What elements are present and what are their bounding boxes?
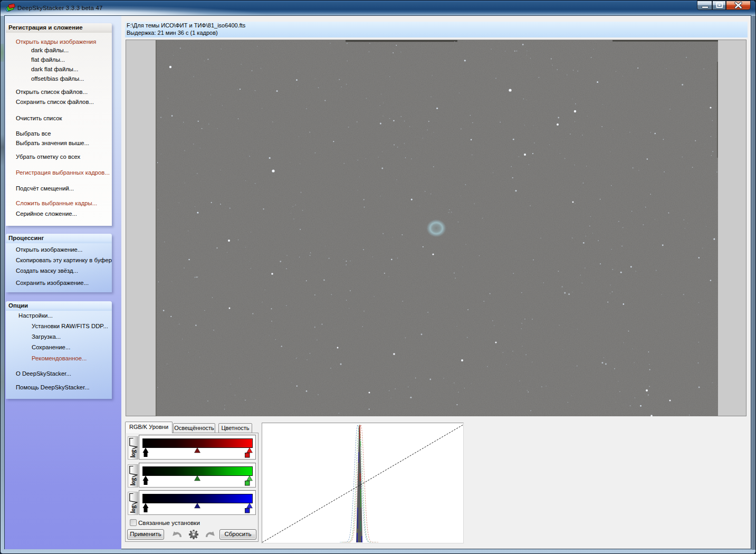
- svg-text:log: log: [130, 450, 137, 457]
- svg-text:log: log: [130, 477, 137, 485]
- svg-text:log: log: [130, 505, 137, 513]
